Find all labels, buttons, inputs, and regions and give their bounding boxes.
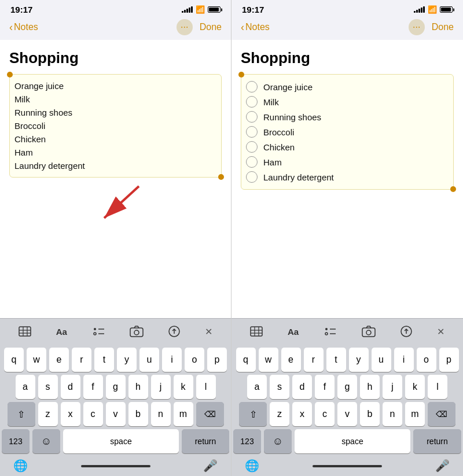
key-n-left[interactable]: n: [151, 402, 171, 426]
toolbar-close-btn-right[interactable]: ✕: [433, 324, 448, 340]
key-k-left[interactable]: k: [174, 375, 193, 399]
key-b-left[interactable]: b: [128, 402, 148, 426]
nav-back-right[interactable]: ‹ Notes: [241, 21, 270, 34]
key-emoji-left[interactable]: ☺: [32, 429, 60, 453]
checkbox-1-right[interactable]: [246, 96, 258, 108]
key-num-right[interactable]: 123: [233, 429, 261, 453]
key-g-left[interactable]: g: [106, 375, 126, 399]
key-v-right[interactable]: v: [337, 402, 357, 426]
toolbar-table-btn-left[interactable]: [15, 324, 35, 339]
mic-icon-right[interactable]: 🎤: [435, 459, 450, 473]
toolbar-send-btn-left[interactable]: [165, 323, 183, 340]
checkbox-0-right[interactable]: [246, 81, 258, 93]
key-s-left[interactable]: s: [38, 375, 58, 399]
key-return-left[interactable]: return: [182, 429, 229, 453]
toolbar-camera-btn-left[interactable]: [126, 323, 147, 340]
more-button-right[interactable]: ···: [409, 19, 425, 35]
key-l-right[interactable]: l: [428, 375, 447, 399]
toolbar-close-btn-left[interactable]: ✕: [201, 324, 216, 340]
key-a-right[interactable]: a: [247, 375, 267, 399]
key-shift-left[interactable]: ⇧: [8, 402, 35, 426]
toolbar-format-btn-right[interactable]: Aa: [284, 324, 302, 339]
key-space-left[interactable]: space: [63, 429, 179, 453]
key-space-right[interactable]: space: [295, 429, 410, 453]
key-s-right[interactable]: s: [270, 375, 289, 399]
key-z-right[interactable]: z: [270, 402, 289, 426]
key-u-left[interactable]: u: [139, 348, 159, 372]
key-return-right[interactable]: return: [413, 429, 461, 453]
done-button-right[interactable]: Done: [432, 22, 454, 32]
key-f-left[interactable]: f: [83, 375, 103, 399]
checkbox-5-right[interactable]: [246, 156, 258, 168]
key-x-right[interactable]: x: [292, 402, 312, 426]
key-a-left[interactable]: a: [16, 375, 35, 399]
key-c-left[interactable]: c: [83, 402, 103, 426]
key-m-left[interactable]: m: [174, 402, 193, 426]
key-t-right[interactable]: t: [326, 348, 346, 372]
toolbar-send-btn-right[interactable]: [397, 323, 416, 340]
key-i-left[interactable]: i: [162, 348, 182, 372]
key-w-left[interactable]: w: [27, 348, 46, 372]
key-w-right[interactable]: w: [259, 348, 278, 372]
key-g-right[interactable]: g: [337, 375, 357, 399]
key-h-left[interactable]: h: [128, 375, 148, 399]
toolbar-checklist-btn-left[interactable]: [89, 324, 108, 339]
globe-icon-left[interactable]: 🌐: [13, 459, 28, 473]
key-o-left[interactable]: o: [185, 348, 204, 372]
toolbar-table-btn-right[interactable]: [247, 324, 266, 339]
key-delete-left[interactable]: ⌫: [196, 402, 224, 426]
toolbar-checklist-btn-right[interactable]: [320, 324, 340, 339]
toolbar-camera-btn-right[interactable]: [358, 323, 379, 340]
key-p-right[interactable]: p: [439, 348, 459, 372]
checkbox-4-right[interactable]: [246, 141, 258, 153]
key-l-left[interactable]: l: [196, 375, 216, 399]
key-q-right[interactable]: q: [236, 348, 256, 372]
key-c-right[interactable]: c: [315, 402, 335, 426]
key-m-right[interactable]: m: [405, 402, 425, 426]
key-shift-right[interactable]: ⇧: [239, 402, 267, 426]
key-d-right[interactable]: d: [292, 375, 312, 399]
nav-back-label-right[interactable]: Notes: [245, 22, 270, 32]
done-button-left[interactable]: Done: [200, 22, 222, 32]
key-r-right[interactable]: r: [304, 348, 324, 372]
key-j-right[interactable]: j: [383, 375, 402, 399]
key-u-right[interactable]: u: [372, 348, 391, 372]
checkbox-2-right[interactable]: [246, 111, 258, 123]
checkbox-6-right[interactable]: [246, 171, 258, 183]
key-o-right[interactable]: o: [417, 348, 436, 372]
key-j-left[interactable]: j: [151, 375, 171, 399]
globe-icon-right[interactable]: 🌐: [245, 459, 259, 473]
status-time-left: 19:17: [10, 5, 32, 14]
key-d-left[interactable]: d: [61, 375, 80, 399]
key-f-right[interactable]: f: [315, 375, 335, 399]
key-y-left[interactable]: y: [117, 348, 137, 372]
key-k-right[interactable]: k: [405, 375, 425, 399]
key-e-left[interactable]: e: [49, 348, 69, 372]
key-v-left[interactable]: v: [106, 402, 126, 426]
note-list-left[interactable]: Orange juice Milk Running shoes Broccoli…: [9, 74, 222, 178]
key-p-left[interactable]: p: [207, 348, 227, 372]
key-n-right[interactable]: n: [383, 402, 402, 426]
key-emoji-right[interactable]: ☺: [264, 429, 292, 453]
key-r-left[interactable]: r: [72, 348, 91, 372]
note-title-right[interactable]: Shopping: [241, 49, 454, 67]
key-delete-right[interactable]: ⌫: [428, 402, 455, 426]
key-x-left[interactable]: x: [61, 402, 80, 426]
mic-icon-left[interactable]: 🎤: [203, 459, 218, 473]
key-q-left[interactable]: q: [4, 348, 24, 372]
key-t-left[interactable]: t: [94, 348, 114, 372]
key-i-right[interactable]: i: [394, 348, 414, 372]
key-b-right[interactable]: b: [360, 402, 380, 426]
nav-back-left[interactable]: ‹ Notes: [9, 21, 38, 34]
key-z-left[interactable]: z: [38, 402, 58, 426]
key-h-right[interactable]: h: [360, 375, 380, 399]
more-button-left[interactable]: ···: [177, 19, 193, 35]
note-title-left[interactable]: Shopping: [9, 49, 222, 67]
key-num-left[interactable]: 123: [2, 429, 30, 453]
key-y-right[interactable]: y: [349, 348, 369, 372]
toolbar-format-btn-left[interactable]: Aa: [53, 324, 71, 339]
checkbox-3-right[interactable]: [246, 126, 258, 138]
note-list-right[interactable]: Orange juice Milk Running shoes Broccoli…: [241, 74, 454, 190]
nav-back-label-left[interactable]: Notes: [14, 22, 38, 32]
key-e-right[interactable]: e: [281, 348, 301, 372]
